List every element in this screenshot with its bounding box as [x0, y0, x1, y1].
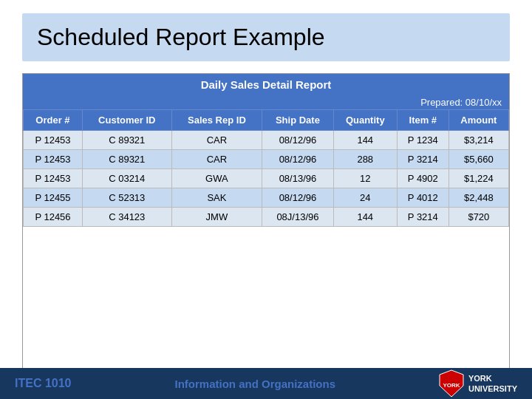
table-cell: C 34123: [82, 208, 171, 227]
report-header: Daily Sales Detail Report: [23, 74, 509, 95]
table-cell: 08/12/96: [262, 188, 333, 208]
table-cell: 08/12/96: [262, 150, 333, 169]
page-title: Scheduled Report Example: [37, 24, 325, 50]
table-column-header: Order #: [24, 110, 83, 131]
table-row: P 12456C 34123JMW08J/13/96144P 3214$720: [24, 208, 509, 227]
report-table: Order #Customer IDSales Rep IDShip DateQ…: [23, 109, 509, 227]
table-cell: SAK: [171, 188, 262, 208]
table-row: P 12453C 89321CAR08/12/96288P 3214$5,660: [24, 150, 509, 169]
table-cell: P 12453: [24, 169, 83, 188]
table-column-header: Item #: [397, 110, 449, 131]
table-cell: $3,214: [449, 131, 508, 150]
table-row: P 12455C 52313SAK08/12/9624P 4012$2,448: [24, 188, 509, 208]
table-column-header: Quantity: [333, 110, 397, 131]
report-container: Daily Sales Detail Report Prepared: 08/1…: [22, 73, 510, 399]
table-cell: P 1234: [397, 131, 449, 150]
table-column-header: Customer ID: [82, 110, 171, 131]
table-column-header: Sales Rep ID: [171, 110, 262, 131]
footer: ITEC 1010 Information and Organizations …: [0, 368, 532, 399]
table-cell: $1,224: [449, 169, 508, 188]
table-column-header: Amount: [449, 110, 508, 131]
table-cell: C 89321: [82, 131, 171, 150]
table-cell: CAR: [171, 131, 262, 150]
footer-subtitle: Information and Organizations: [174, 378, 335, 390]
table-cell: JMW: [171, 208, 262, 227]
york-university-text: YORKUNIVERSITY: [468, 373, 517, 395]
footer-course: ITEC 1010: [15, 377, 71, 390]
table-cell: $5,660: [449, 150, 508, 169]
table-cell: 144: [333, 131, 397, 150]
york-logo: YORK YORKUNIVERSITY: [439, 369, 517, 398]
table-cell: 08/12/96: [262, 131, 333, 150]
prepared-row: Prepared: 08/10/xx: [23, 95, 509, 109]
table-cell: P 12456: [24, 208, 83, 227]
table-row: P 12453C 89321CAR08/12/96144P 1234$3,214: [24, 131, 509, 150]
table-cell: CAR: [171, 150, 262, 169]
table-cell: $720: [449, 208, 508, 227]
table-header-row: Order #Customer IDSales Rep IDShip DateQ…: [24, 110, 509, 131]
svg-text:YORK: YORK: [443, 382, 460, 389]
table-cell: C 03214: [82, 169, 171, 188]
table-cell: P 3214: [397, 208, 449, 227]
table-cell: P 12455: [24, 188, 83, 208]
title-area: Scheduled Report Example: [22, 13, 510, 61]
table-column-header: Ship Date: [262, 110, 333, 131]
york-shield-icon: YORK: [439, 369, 464, 398]
table-cell: 24: [333, 188, 397, 208]
table-cell: 08J/13/96: [262, 208, 333, 227]
table-cell: P 4012: [397, 188, 449, 208]
table-cell: P 3214: [397, 150, 449, 169]
table-cell: 08/13/96: [262, 169, 333, 188]
table-cell: C 52313: [82, 188, 171, 208]
table-cell: P 12453: [24, 131, 83, 150]
table-cell: P 12453: [24, 150, 83, 169]
table-row: P 12453C 03214GWA08/13/9612P 4902$1,224: [24, 169, 509, 188]
page: Scheduled Report Example Daily Sales Det…: [0, 0, 532, 399]
table-cell: 288: [333, 150, 397, 169]
table-cell: C 89321: [82, 150, 171, 169]
table-cell: P 4902: [397, 169, 449, 188]
table-cell: 144: [333, 208, 397, 227]
table-cell: $2,448: [449, 188, 508, 208]
table-cell: 12: [333, 169, 397, 188]
table-cell: GWA: [171, 169, 262, 188]
